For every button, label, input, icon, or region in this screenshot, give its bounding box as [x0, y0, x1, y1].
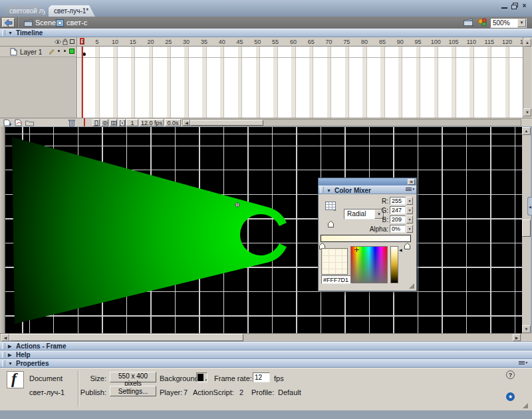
channel-row: B:209▼	[319, 216, 416, 224]
layer-column-header	[0, 37, 77, 47]
outline-view-icon[interactable]	[70, 39, 74, 44]
brightness-slider[interactable]	[390, 246, 398, 283]
gradient-stop-right[interactable]	[404, 243, 410, 249]
help-panel-header[interactable]: ▶ Help	[0, 350, 532, 359]
expand-triangle-icon[interactable]: ▶	[8, 343, 11, 350]
light-beam-shape[interactable]	[5, 127, 522, 333]
collapse-triangle-icon[interactable]: ▼	[327, 187, 331, 195]
timeline-ruler[interactable]: 1510152025303540455055606570758085909510…	[77, 37, 523, 47]
properties-panel-header[interactable]: ▼ Properties ▾	[0, 359, 532, 368]
color-mixer-header[interactable]: ▼ Color Mixer ▾	[319, 186, 416, 194]
scroll-left-icon[interactable]: ◀	[1, 334, 9, 341]
document-tab-inactive[interactable]: световой луч3*	[4, 5, 48, 17]
onion-skin-outlines-button[interactable]	[110, 119, 117, 126]
insert-folder-icon[interactable]	[25, 120, 34, 126]
minimize-icon[interactable]	[500, 2, 509, 9]
zoom-control[interactable]: 500% ▼	[490, 18, 527, 28]
collapse-triangle-icon[interactable]: ▼	[8, 29, 13, 37]
color-mixer-panel: × ▼ Color Mixer ▾ Radial ▼ R:255▼G:247▼B…	[318, 178, 417, 291]
layer-visible-dot[interactable]	[58, 50, 60, 52]
panel-resize-handle[interactable]	[523, 403, 528, 408]
edit-multiple-frames-button[interactable]	[118, 119, 126, 126]
brightness-slider-arrow-icon[interactable]: ◀	[399, 247, 402, 252]
expand-triangle-icon[interactable]: ▶	[8, 351, 11, 358]
close-icon[interactable]: ×	[520, 2, 529, 9]
channel-value-input[interactable]: 255	[390, 197, 406, 205]
color-mixer-titlebar[interactable]: ×	[319, 178, 416, 186]
center-frame-button[interactable]	[92, 119, 100, 126]
scroll-up-icon[interactable]: ▲	[523, 39, 531, 47]
scroll-down-icon[interactable]: ▼	[522, 325, 531, 333]
publish-settings-button[interactable]: Settings...	[110, 386, 156, 396]
close-icon[interactable]: ×	[408, 179, 415, 185]
background-color-swatch[interactable]: ▾	[196, 372, 207, 382]
status-playhead-mark	[84, 118, 85, 126]
timeline-panel-header[interactable]: ▼ Timeline	[0, 29, 532, 37]
ruler-frame-number: 10	[112, 39, 118, 45]
window-bottom-edge	[0, 410, 532, 419]
layer-unlocked-dot[interactable]	[64, 50, 66, 52]
frame-rate-input[interactable]	[253, 372, 270, 382]
channel-stepper-icon[interactable]: ▼	[406, 206, 413, 214]
insert-layer-icon[interactable]	[3, 119, 12, 126]
restore-icon[interactable]	[510, 2, 519, 9]
delete-layer-trash-icon[interactable]	[68, 119, 75, 126]
frame-grid[interactable]	[77, 47, 523, 118]
timeline-horizontal-scrollbar[interactable]: ◀	[182, 119, 521, 126]
panel-gripper[interactable]	[2, 352, 5, 358]
ruler-frame-number: 65	[308, 39, 315, 45]
frame-rate-indicator[interactable]: 12.0 fps	[140, 119, 164, 126]
ruler-frame-number: 95	[415, 39, 422, 45]
scroll-up-icon[interactable]: ▲	[522, 127, 531, 135]
scrollbar-thumb[interactable]	[9, 334, 243, 341]
timeline-vertical-scrollbar[interactable]: ▲ ▼	[523, 37, 531, 118]
component-star-icon[interactable]: ★	[506, 392, 515, 401]
panel-gripper[interactable]	[2, 360, 5, 366]
gradient-preview-bar[interactable]	[321, 235, 411, 242]
layer-name[interactable]: Layer 1	[20, 49, 42, 56]
edit-scene-button[interactable]	[464, 18, 475, 27]
channel-stepper-icon[interactable]: ▼	[406, 197, 413, 205]
playhead-line[interactable]	[82, 47, 83, 118]
onion-skin-button[interactable]	[101, 119, 108, 126]
lock-icon[interactable]	[63, 39, 68, 45]
stage-horizontal-scrollbar[interactable]: ◀ ▶	[0, 333, 522, 341]
channel-value-input[interactable]: 247	[390, 206, 406, 214]
edit-symbol-icon	[477, 18, 487, 27]
channel-stepper-icon[interactable]: ▼	[406, 225, 413, 233]
scroll-left-icon[interactable]: ◀	[183, 120, 190, 126]
color-mixer-title: Color Mixer	[334, 187, 371, 195]
layer-row[interactable]: Layer 1	[0, 47, 77, 57]
back-button[interactable]	[2, 18, 15, 27]
layer-outline-color-swatch[interactable]	[69, 49, 74, 54]
channel-value-input[interactable]: 209	[390, 215, 406, 223]
actions-panel-header[interactable]: ▶ Actions - Frame	[0, 342, 532, 350]
stage-vertical-scrollbar[interactable]: ▲ ▼	[522, 127, 531, 333]
help-icon[interactable]: ?	[506, 370, 515, 379]
channel-value-input[interactable]: 0%	[390, 225, 406, 233]
scroll-right-icon[interactable]: ▶	[513, 334, 521, 341]
panel-gripper[interactable]	[2, 30, 5, 36]
show-hide-eye-icon[interactable]	[55, 39, 61, 45]
scroll-down-icon[interactable]: ▼	[523, 108, 531, 116]
zoom-dropdown-icon[interactable]: ▼	[517, 19, 526, 27]
panel-gripper[interactable]	[2, 343, 5, 349]
size-button[interactable]: 550 x 400 pixels	[110, 372, 156, 382]
scrollbar-thumb[interactable]	[522, 219, 531, 237]
panel-collapse-tab[interactable]: ◀	[527, 197, 532, 215]
panel-resize-handle[interactable]	[409, 283, 414, 289]
ruler-frame-number: 75	[343, 39, 350, 45]
document-tab-active[interactable]: свет-луч-1*	[49, 5, 95, 17]
hex-color-input[interactable]	[321, 275, 352, 284]
panel-options-icon[interactable]: ▾	[406, 187, 414, 193]
edit-symbol-button[interactable]	[477, 18, 489, 27]
color-picker-field[interactable]	[350, 246, 388, 283]
add-motion-guide-icon[interactable]	[15, 119, 23, 126]
panel-gripper[interactable]	[321, 187, 324, 193]
breadcrumb-symbol[interactable]: свет-с	[56, 19, 87, 27]
collapse-triangle-icon[interactable]: ▼	[8, 360, 13, 367]
scrollbar-thumb[interactable]	[190, 120, 263, 126]
stage-canvas[interactable]	[5, 127, 522, 333]
channel-stepper-icon[interactable]: ▼	[406, 215, 413, 223]
panel-options-icon[interactable]: ▾	[519, 360, 527, 366]
